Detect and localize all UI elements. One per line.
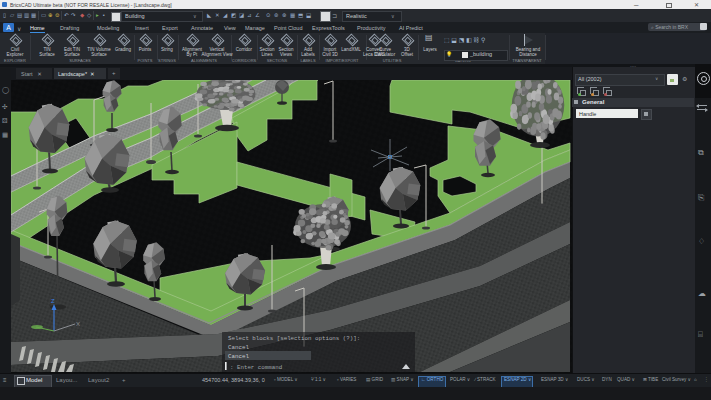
svg-text:Cancel: Cancel — [228, 344, 249, 351]
svg-text:Cancel: Cancel — [228, 353, 249, 360]
svg-text:Select blocks [selection optio: Select blocks [selection options (?)]: — [228, 335, 360, 342]
svg-text:X: X — [76, 321, 80, 327]
svg-text:: Enter command: : Enter command — [230, 364, 282, 371]
svg-text:Z: Z — [51, 298, 55, 304]
